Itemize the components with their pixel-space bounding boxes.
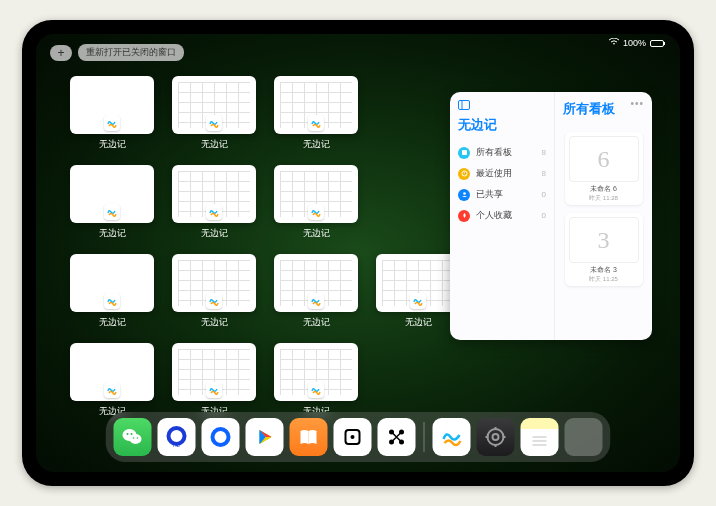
- app-folder[interactable]: [565, 418, 603, 456]
- window-thumbnail[interactable]: 无边记: [172, 254, 256, 329]
- books-icon[interactable]: [290, 418, 328, 456]
- svg-point-4: [463, 192, 466, 195]
- sidebar-item-label: 已共享: [476, 188, 536, 201]
- svg-rect-2: [462, 150, 467, 155]
- svg-rect-0: [459, 101, 470, 110]
- svg-point-20: [488, 429, 504, 445]
- window-preview: [274, 343, 358, 401]
- window-thumbnail[interactable]: 无边记: [274, 165, 358, 240]
- window-thumbnail[interactable]: 无边记: [70, 165, 154, 240]
- freeform-app-icon: [308, 382, 324, 398]
- die-icon[interactable]: [334, 418, 372, 456]
- freeform-app-icon: [206, 204, 222, 220]
- board-timestamp: 昨天 11:25: [589, 275, 618, 284]
- ipad-frame: 100% + 重新打开已关闭的窗口 无边记无边记无边记无边记无边记无边记无边记无…: [22, 20, 694, 486]
- window-thumbnail[interactable]: 无边记: [70, 343, 154, 418]
- board-card[interactable]: 3未命名 3昨天 11:25: [565, 213, 643, 286]
- window-label: 无边记: [201, 316, 228, 329]
- sidebar-item[interactable]: 个人收藏0: [458, 205, 546, 226]
- svg-point-6: [130, 434, 142, 444]
- board-name: 未命名 6: [590, 184, 617, 194]
- wifi-icon: [609, 38, 619, 48]
- more-icon[interactable]: •••: [630, 98, 644, 109]
- window-thumbnail[interactable]: 无边记: [172, 165, 256, 240]
- window-label: 无边记: [99, 227, 126, 240]
- sidebar-item-icon: [458, 189, 470, 201]
- board-preview: 6: [569, 136, 639, 182]
- freeform-app-icon: [104, 382, 120, 398]
- window-preview: [70, 76, 154, 134]
- dock: HD: [106, 412, 611, 462]
- freeform-app-icon: [104, 115, 120, 131]
- window-preview: [274, 165, 358, 223]
- board-timestamp: 昨天 11:28: [589, 194, 618, 203]
- window-preview: [172, 254, 256, 312]
- battery-text: 100%: [623, 38, 646, 48]
- window-label: 无边记: [99, 138, 126, 151]
- window-thumbnail[interactable]: 无边记: [70, 76, 154, 151]
- freeform-app-icon: [104, 293, 120, 309]
- svg-point-9: [133, 437, 135, 439]
- sidebar-item[interactable]: 所有看板8: [458, 142, 546, 163]
- window-thumbnail[interactable]: 无边记: [274, 254, 358, 329]
- svg-point-13: [213, 429, 229, 445]
- sidebar-item[interactable]: 已共享0: [458, 184, 546, 205]
- app-panel[interactable]: ••• 无边记 所有看板8最近使用8已共享0个人收藏0 所有看板 6未命名 6昨…: [450, 92, 652, 340]
- quark-hd-icon[interactable]: HD: [158, 418, 196, 456]
- svg-point-10: [137, 437, 139, 439]
- window-label: 无边记: [201, 138, 228, 151]
- sidebar-item-label: 所有看板: [476, 146, 536, 159]
- svg-point-21: [493, 434, 499, 440]
- sidebar-item[interactable]: 最近使用8: [458, 163, 546, 184]
- window-preview: [274, 76, 358, 134]
- panel-sidebar: 无边记 所有看板8最近使用8已共享0个人收藏0: [450, 92, 555, 340]
- svg-point-7: [127, 433, 129, 435]
- window-label: 无边记: [303, 138, 330, 151]
- window-preview: [274, 254, 358, 312]
- window-label: 无边记: [303, 227, 330, 240]
- freeform-app-icon: [410, 293, 426, 309]
- window-label: 无边记: [405, 316, 432, 329]
- new-window-button[interactable]: +: [50, 45, 72, 61]
- window-thumbnail[interactable]: 无边记: [376, 254, 460, 329]
- freeform-app-icon: [308, 204, 324, 220]
- freeform-app-icon: [308, 293, 324, 309]
- sidebar-toggle-icon[interactable]: [458, 100, 546, 112]
- sidebar-item-count: 8: [542, 169, 546, 178]
- play-icon[interactable]: [246, 418, 284, 456]
- panel-content: 所有看板 6未命名 6昨天 11:283未命名 3昨天 11:25: [555, 92, 652, 340]
- sidebar-item-icon: [458, 168, 470, 180]
- window-thumbnail[interactable]: 无边记: [172, 76, 256, 151]
- settings-icon[interactable]: [477, 418, 515, 456]
- window-preview: [70, 165, 154, 223]
- battery-icon: [650, 40, 664, 47]
- window-preview: [172, 76, 256, 134]
- reopen-closed-window-button[interactable]: 重新打开已关闭的窗口: [78, 44, 184, 61]
- window-thumbnail[interactable]: 无边记: [274, 76, 358, 151]
- top-left-controls: + 重新打开已关闭的窗口: [50, 44, 184, 61]
- screen: 100% + 重新打开已关闭的窗口 无边记无边记无边记无边记无边记无边记无边记无…: [36, 34, 680, 472]
- svg-point-15: [351, 435, 355, 439]
- board-card[interactable]: 6未命名 6昨天 11:28: [565, 132, 643, 205]
- board-name: 未命名 3: [590, 265, 617, 275]
- wechat-icon[interactable]: [114, 418, 152, 456]
- panel-right-title: 所有看板: [563, 100, 615, 118]
- window-preview: [376, 254, 460, 312]
- dock-separator: [424, 422, 425, 452]
- svg-text:HD: HD: [173, 442, 181, 448]
- window-label: 无边记: [303, 316, 330, 329]
- notes-icon[interactable]: [521, 418, 559, 456]
- sidebar-item-count: 8: [542, 148, 546, 157]
- freeform-icon[interactable]: [433, 418, 471, 456]
- freeform-app-icon: [104, 204, 120, 220]
- sidebar-item-label: 最近使用: [476, 167, 536, 180]
- freeform-app-icon: [206, 293, 222, 309]
- window-thumbnail[interactable]: 无边记: [274, 343, 358, 418]
- sidebar-item-count: 0: [542, 190, 546, 199]
- window-thumbnail[interactable]: 无边记: [70, 254, 154, 329]
- sidebar-item-label: 个人收藏: [476, 209, 536, 222]
- share-icon[interactable]: [378, 418, 416, 456]
- quark-icon[interactable]: [202, 418, 240, 456]
- windows-grid: 无边记无边记无边记无边记无边记无边记无边记无边记无边记无边记无边记无边记无边记: [70, 76, 460, 418]
- window-thumbnail[interactable]: 无边记: [172, 343, 256, 418]
